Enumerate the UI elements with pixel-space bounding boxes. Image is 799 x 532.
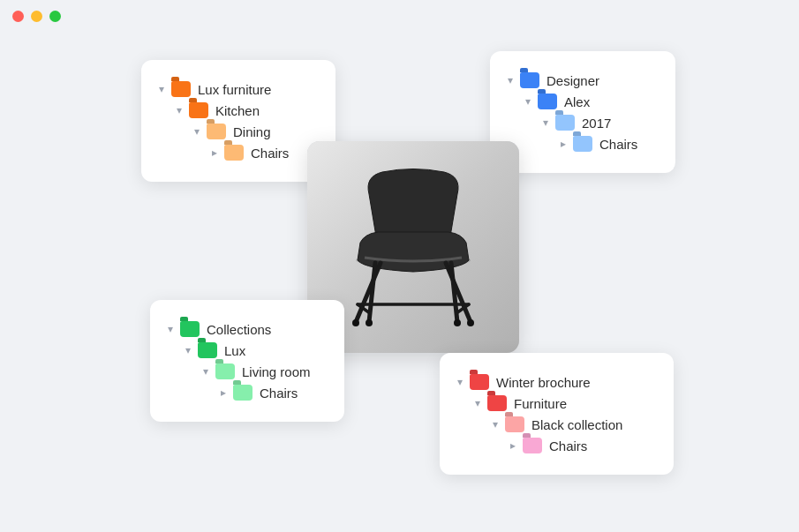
tree-label: Designer (546, 73, 599, 88)
tree-item-chairs-green[interactable]: ▸ Chairs (168, 385, 327, 401)
chevron-down-icon: ▾ (475, 397, 480, 409)
chevron-right-icon: ▸ (212, 146, 217, 159)
chevron-down-icon: ▾ (168, 323, 173, 335)
chevron-right-icon: ▸ (510, 439, 516, 452)
folder-icon-green-light (233, 385, 253, 401)
collections-card: ▾ Collections ▾ Lux ▾ Living room ▸ Chai… (150, 300, 344, 422)
tree-label: Collections (207, 322, 271, 337)
tree-label: Lux furniture (198, 82, 271, 97)
folder-icon-salmon (505, 416, 524, 432)
chair-svg (338, 159, 488, 335)
tree-label: Chairs (251, 146, 289, 161)
winter-brochure-card: ▾ Winter brochure ▾ Furniture ▾ Black co… (440, 353, 674, 475)
tree-label: Dining (233, 124, 271, 139)
folder-icon-orange-light (224, 145, 244, 161)
close-button[interactable] (12, 11, 24, 22)
tree-label: Chairs (549, 438, 587, 453)
chevron-down-icon: ▾ (185, 344, 191, 356)
folder-icon-blue (520, 72, 539, 88)
svg-point-4 (454, 319, 461, 326)
tree-item-dining[interactable]: ▾ Dining (159, 124, 318, 139)
maximize-button[interactable] (49, 11, 61, 22)
folder-icon-orange (189, 102, 208, 118)
folder-icon-orange (171, 81, 191, 97)
tree-item-winter-brochure[interactable]: ▾ Winter brochure (457, 374, 656, 390)
folder-icon-orange-light (207, 124, 226, 139)
tree-item-chairs[interactable]: ▸ Chairs (159, 145, 318, 161)
tree-item-living-room[interactable]: ▾ Living room (168, 363, 327, 379)
tree-item-alex[interactable]: ▾ Alex (508, 94, 658, 109)
chevron-down-icon: ▾ (543, 116, 548, 129)
chevron-down-icon: ▾ (525, 95, 531, 108)
tree-item-collections[interactable]: ▾ Collections (168, 321, 327, 337)
chevron-down-icon: ▾ (194, 125, 200, 138)
tree-label: Living room (242, 364, 311, 379)
svg-point-3 (366, 319, 373, 326)
folder-icon-red (470, 374, 489, 390)
folder-icon-blue (538, 94, 557, 109)
folder-icon-blue-light (573, 136, 592, 152)
tree-label: Furniture (514, 396, 567, 411)
svg-point-2 (467, 319, 474, 326)
chevron-down-icon: ▾ (493, 418, 498, 431)
tree-item-black-collection[interactable]: ▾ Black collection (457, 416, 656, 432)
folder-icon-green (198, 342, 217, 358)
tree-item-designer[interactable]: ▾ Designer (508, 72, 658, 88)
tree-label: 2017 (582, 116, 611, 131)
minimize-button[interactable] (31, 11, 42, 22)
tree-item-lux-furniture[interactable]: ▾ Lux furniture (159, 81, 318, 97)
tree-label: Chairs (260, 386, 298, 401)
tree-item-chairs-pink[interactable]: ▸ Chairs (457, 438, 656, 453)
folder-icon-blue-light (555, 115, 575, 131)
chevron-down-icon: ▾ (159, 83, 164, 95)
tree-label: Alex (564, 94, 590, 109)
chevron-right-icon: ▸ (221, 386, 226, 399)
folder-icon-green-light (215, 363, 235, 379)
tree-label: Kitchen (215, 103, 260, 118)
tree-item-2017[interactable]: ▾ 2017 (508, 115, 658, 131)
chevron-down-icon: ▾ (177, 104, 182, 116)
svg-point-1 (352, 319, 359, 326)
tree-label: Chairs (599, 137, 637, 152)
window-titlebar (0, 0, 799, 32)
tree-item-chairs-blue[interactable]: ▸ Chairs (508, 136, 658, 152)
folder-icon-pink (523, 438, 542, 453)
chevron-down-icon: ▾ (203, 365, 208, 378)
chevron-down-icon: ▾ (508, 74, 513, 86)
chevron-right-icon: ▸ (561, 138, 566, 150)
tree-label: Lux (224, 343, 245, 358)
chevron-down-icon: ▾ (457, 376, 463, 388)
lux-furniture-card: ▾ Lux furniture ▾ Kitchen ▾ Dining ▸ Cha… (141, 60, 335, 182)
tree-item-kitchen[interactable]: ▾ Kitchen (159, 102, 318, 118)
folder-icon-red (487, 395, 507, 411)
tree-label: Winter brochure (496, 375, 591, 390)
tree-label: Black collection (531, 417, 622, 432)
tree-item-lux[interactable]: ▾ Lux (168, 342, 327, 358)
tree-item-furniture[interactable]: ▾ Furniture (457, 395, 656, 411)
folder-icon-green (180, 321, 200, 337)
